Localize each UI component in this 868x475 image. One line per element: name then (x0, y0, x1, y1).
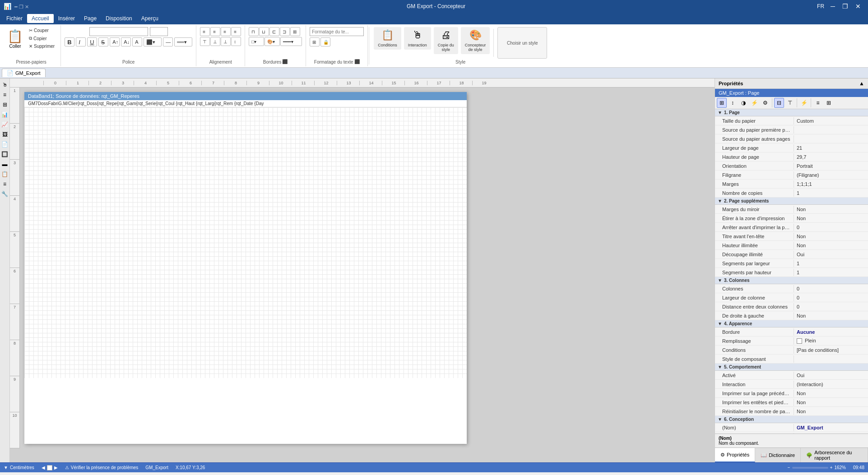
line-width-button[interactable]: ━━━▾ (280, 37, 302, 46)
italic-button[interactable]: I (76, 37, 86, 46)
copier-button[interactable]: ⧉ Copier (27, 35, 57, 42)
format-btn-2[interactable]: 🔒 (320, 37, 330, 46)
minimize-button[interactable]: ─ (827, 0, 839, 13)
panel-collapse-icon[interactable]: ▲ (859, 80, 864, 87)
prop-nom[interactable]: (Nom) GM_Export (715, 423, 868, 432)
align-bottom-button[interactable]: ⊥ (221, 37, 231, 46)
sidebar-icon-line[interactable]: ▬ (0, 160, 9, 169)
border-top-button[interactable]: ⊓ (249, 27, 259, 36)
couper-button[interactable]: ✂ Couper (27, 27, 57, 34)
prop-source-papier-2[interactable]: Source du papier autres pages (715, 134, 868, 143)
sidebar-icon-text[interactable]: ≡ (0, 180, 9, 189)
tab-arborescence[interactable]: 🌳 Arborescence du rapport (801, 448, 868, 462)
prop-style-composant[interactable]: Style de composant (715, 355, 868, 364)
format-btn-1[interactable]: ⊞ (310, 37, 320, 46)
section-comportement[interactable]: ▼ 5. Comportement (715, 364, 868, 371)
page-canvas[interactable]: DataBand1; Source de données: rqt_GM_Rep… (24, 92, 467, 444)
zoom-decrease-icon[interactable]: − (788, 465, 790, 470)
supprimer-button[interactable]: ✕ Supprimer (27, 43, 57, 50)
prop-marges-miroir[interactable]: Marges du miroir Non (715, 205, 868, 214)
page-next-icon[interactable]: ▶ (54, 465, 58, 470)
menu-fichier[interactable]: Fichier (2, 14, 27, 23)
strikethrough-button[interactable]: S̶ (98, 37, 108, 46)
prop-etirer[interactable]: Étirer à la zone d'impression Non (715, 214, 868, 223)
font-name-input[interactable] (89, 27, 148, 36)
prop-largeur-page[interactable]: Largeur de page 21 (715, 143, 868, 152)
zoom-increase-icon[interactable]: + (830, 465, 833, 470)
props-btn-filter1[interactable]: ◑ (738, 98, 748, 108)
prop-droite-gauche[interactable]: De droite à gauche Non (715, 311, 868, 320)
doc-tab-gm-export[interactable]: 📄 GM_Export (2, 69, 46, 77)
sidebar-icon-chart-bar[interactable]: 📊 (0, 110, 9, 119)
props-btn-list[interactable]: ≡ (813, 98, 823, 108)
prop-orientation[interactable]: Orientation Portrait (715, 161, 868, 171)
maximize-button[interactable]: ❐ (839, 0, 852, 13)
prop-titre[interactable]: Titre avant l'en-tête Non (715, 232, 868, 241)
menu-accueil[interactable]: Accueil (27, 14, 54, 23)
border-bottom-button[interactable]: ⊔ (259, 27, 269, 36)
font-color-button[interactable]: A (132, 37, 142, 46)
zoom-slider[interactable] (792, 467, 828, 469)
props-btn-sort[interactable]: ↕ (728, 98, 738, 108)
copie-style-button[interactable]: 🖨 Copie du style (434, 27, 458, 54)
prop-nombre-copies[interactable]: Nombre de copies 1 (715, 189, 868, 198)
text-direction-button[interactable]: ↕ (231, 37, 241, 46)
border-left-button[interactable]: ⊏ (269, 27, 279, 36)
status-page-nav[interactable]: ◀ ▶ (42, 465, 58, 470)
section-page[interactable]: ▼ 1. Page (715, 109, 868, 116)
interaction-button[interactable]: 🖱 Interaction (404, 27, 431, 50)
props-btn-view1[interactable]: ⊟ (774, 98, 784, 108)
fill-color-button[interactable]: 🎨▾ (265, 37, 280, 46)
grid-area[interactable] (24, 107, 467, 378)
prop-arreter[interactable]: Arrêter avant d'imprimer la page 0 (715, 223, 868, 232)
prop-active[interactable]: Activé Oui (715, 371, 868, 380)
align-vcenter-button[interactable]: ⊥ (210, 37, 220, 46)
bordures-expand-icon[interactable]: ⬛ (282, 59, 288, 64)
menu-inserer[interactable]: Insérer (54, 14, 79, 23)
font-highlight-button[interactable]: ⬛▾ (144, 37, 162, 46)
formatage-expand-icon[interactable]: ⬛ (354, 59, 360, 64)
border-color-button[interactable]: — (163, 37, 173, 46)
align-left-button[interactable]: ≡ (200, 27, 210, 36)
prop-hauteur-illimitee[interactable]: Hauteur illimitée Non (715, 241, 868, 250)
data-band-detail[interactable]: GM7DossFabriG.M/Clier{rqt_Doss{rqt_Repe{… (24, 100, 467, 107)
font-size-input[interactable] (150, 27, 168, 36)
sidebar-icon-tools[interactable]: 🔧 (0, 189, 9, 198)
prop-decoupage[interactable]: Découpage illimité Oui (715, 250, 868, 259)
font-size-smaller-button[interactable]: A↓ (121, 37, 131, 46)
align-center-button[interactable]: ≡ (210, 27, 220, 36)
sidebar-icon-page[interactable]: 📄 (0, 140, 9, 149)
section-page-supplements[interactable]: ▼ 2. Page suppléments (715, 198, 868, 205)
props-btn-filter2[interactable]: ⚡ (749, 98, 759, 108)
sidebar-icon-cursor[interactable]: 🖱 (0, 80, 9, 89)
border-all-button[interactable]: ⊞ (290, 27, 300, 36)
props-btn-filter3[interactable]: ⚙ (760, 98, 770, 108)
sidebar-icon-list[interactable]: ≡ (0, 90, 9, 99)
menu-page[interactable]: Page (79, 14, 101, 23)
sidebar-icon-table[interactable]: 📋 (0, 170, 9, 179)
conditions-button[interactable]: 📋 Conditions (374, 27, 401, 50)
props-btn-grid2[interactable]: ⊞ (824, 98, 834, 108)
bold-button[interactable]: B (65, 37, 74, 46)
prop-reinitialiser[interactable]: Réinitialiser le nombre de pages Non (715, 407, 868, 416)
prop-bordure[interactable]: Bordure Aucune (715, 327, 868, 337)
status-check[interactable]: ⚠ Vérifier la présence de problèmes (65, 465, 139, 470)
tab-dictionnaire[interactable]: 📖 Dictionnaire (755, 448, 801, 462)
sidebar-icon-grid[interactable]: ⊞ (0, 100, 9, 109)
prop-hauteur-page[interactable]: Hauteur de page 29,7 (715, 152, 868, 161)
prop-imprimer-entetes[interactable]: Imprimer les entêtes et pieds de page de… (715, 398, 868, 407)
border-dropdown-button[interactable]: □▾ (249, 37, 264, 46)
align-right-button[interactable]: ≡ (221, 27, 231, 36)
prop-interaction[interactable]: Interaction (Interaction) (715, 380, 868, 389)
prop-segments-hauteur[interactable]: Segments par hauteur 1 (715, 268, 868, 277)
props-btn-bookmark[interactable]: ⚡ (799, 98, 809, 108)
coller-button[interactable]: 📋 Coller (5, 27, 25, 51)
section-colonnes[interactable]: ▼ 3. Colonnes (715, 277, 868, 284)
props-btn-grid[interactable]: ⊞ (717, 98, 727, 108)
data-band[interactable]: DataBand1; Source de données: rqt_GM_Rep… (24, 92, 467, 100)
section-apparence[interactable]: ▼ 4. Apparence (715, 320, 868, 327)
sidebar-icon-chart-line[interactable]: 📈 (0, 120, 9, 129)
underline-button[interactable]: U (87, 37, 97, 46)
prop-segments-largeur[interactable]: Segments par largeur 1 (715, 259, 868, 268)
prop-largeur-colonne[interactable]: Largeur de colonne 0 (715, 293, 868, 302)
